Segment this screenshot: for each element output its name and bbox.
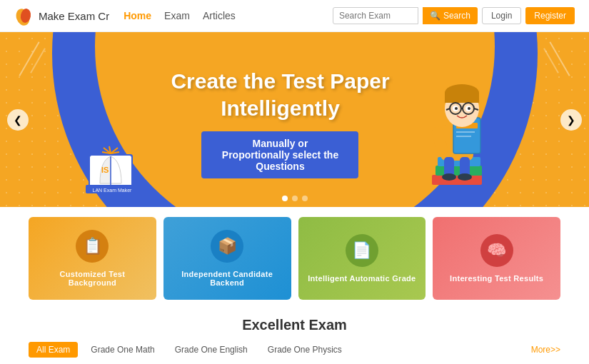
- logo-icon: [14, 6, 34, 26]
- feature-customized[interactable]: 📋 Customized Test Background: [29, 217, 156, 300]
- hero-banner: IS LAN Exam Maker: [0, 32, 589, 207]
- hero-next-button[interactable]: ❯: [560, 109, 582, 131]
- nav-exam[interactable]: Exam: [164, 10, 190, 21]
- login-button[interactable]: Login: [482, 7, 521, 24]
- svg-text:IS: IS: [101, 166, 109, 174]
- navbar: Make Exam Cr Home Exam Articles 🔍 Search…: [0, 0, 589, 32]
- register-button[interactable]: Register: [525, 7, 575, 24]
- hero-title: Create the Test Paper Intelligently: [171, 68, 389, 121]
- results-label: Interesting Test Results: [450, 274, 543, 283]
- svg-text:LAN Exam Maker: LAN Exam Maker: [93, 188, 133, 193]
- features-section: 📋 Customized Test Background 📦 Independe…: [0, 207, 589, 310]
- nav-articles[interactable]: Articles: [203, 10, 236, 21]
- nav-right: 🔍 Search Login Register: [333, 7, 575, 24]
- more-link[interactable]: More>>: [531, 345, 560, 355]
- customized-icon-circle: 📋: [76, 230, 109, 263]
- results-icon-circle: 🧠: [480, 234, 513, 267]
- tab-grade-physics[interactable]: Grade One Physics: [261, 343, 349, 357]
- exam-tabs-bar: All Exam Grade One Math Grade One Englis…: [29, 342, 560, 358]
- hero-subtitle: Manually or Proportionally select the Qu…: [201, 131, 358, 178]
- svg-rect-13: [432, 175, 482, 185]
- svg-rect-14: [436, 166, 482, 176]
- logo-area: Make Exam Cr: [14, 6, 109, 26]
- search-input[interactable]: [333, 7, 418, 24]
- search-icon: 🔍: [430, 11, 441, 21]
- hero-character: [411, 57, 503, 207]
- svg-point-38: [468, 107, 470, 110]
- feature-results[interactable]: 🧠 Interesting Test Results: [433, 217, 560, 300]
- hero-prev-button[interactable]: ❮: [7, 109, 29, 131]
- feature-candidate[interactable]: 📦 Independent Candidate Backend: [163, 217, 291, 300]
- candidate-icon-circle: 📦: [211, 230, 243, 263]
- tab-all-exam[interactable]: All Exam: [29, 342, 78, 358]
- excellent-title: Excellent Exam: [29, 317, 560, 333]
- grade-label: Intelligent Automatic Grade: [308, 274, 416, 283]
- excellent-section: Excellent Exam All Exam Grade One Math G…: [0, 310, 589, 364]
- hero-pagination: [282, 196, 308, 201]
- tab-grade-math[interactable]: Grade One Math: [84, 343, 161, 357]
- svg-rect-29: [445, 93, 479, 103]
- svg-point-37: [455, 107, 458, 110]
- nav-links: Home Exam Articles: [124, 10, 333, 21]
- nav-home[interactable]: Home: [124, 10, 151, 21]
- hero-dot-2[interactable]: [292, 196, 298, 201]
- grade-icon-circle: 📄: [346, 234, 378, 267]
- hero-dot-3[interactable]: [302, 196, 308, 201]
- candidate-label: Independent Candidate Backend: [171, 270, 284, 287]
- svg-point-19: [442, 173, 456, 181]
- customized-label: Customized Test Background: [36, 270, 149, 287]
- svg-point-20: [458, 173, 472, 181]
- hero-book-illustration: IS LAN Exam Maker: [82, 141, 143, 194]
- hero-content: Create the Test Paper Intelligently Manu…: [171, 68, 389, 178]
- feature-grade[interactable]: 📄 Intelligent Automatic Grade: [298, 217, 426, 300]
- hero-dot-1[interactable]: [282, 196, 288, 201]
- logo-text: Make Exam Cr: [39, 10, 109, 22]
- tab-grade-english[interactable]: Grade One English: [168, 343, 255, 357]
- search-button[interactable]: 🔍 Search: [423, 7, 478, 24]
